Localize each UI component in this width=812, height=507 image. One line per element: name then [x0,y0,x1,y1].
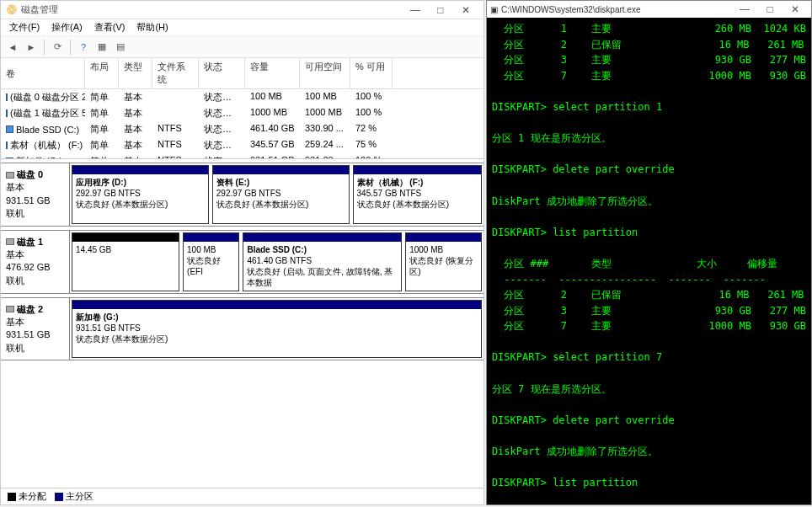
col-layout[interactable]: 布局 [85,58,119,88]
menu-action[interactable]: 操作(A) [46,19,88,35]
cell-fs: NTFS [152,138,199,152]
partition[interactable]: 14.45 GB [72,232,179,291]
partition[interactable]: 1000 MB 状态良好 (恢复分区) [405,232,482,291]
volume-name: (磁盘 0 磁盘分区 2) [10,91,85,104]
disk-label[interactable]: 磁盘 1 基本 476.92 GB 联机 [1,231,70,293]
console-output[interactable]: 分区 1 主要 260 MB 1024 KB 分区 2 已保留 16 MB 26… [487,18,811,504]
partition-size: 931.51 GB NTFS [76,323,478,334]
partition-header-bar [406,233,481,242]
diskpart-window: ▣ C:\WINDOWS\system32\diskpart.exe — □ ✕… [486,0,812,505]
disk-management-window: 📀 磁盘管理 — □ ✕ 文件(F) 操作(A) 查看(V) 帮助(H) ◄ ►… [0,0,484,505]
partition-size: 292.97 GB NTFS [216,188,345,199]
partition[interactable]: Blade SSD (C:) 461.40 GB NTFS 状态良好 (启动, … [243,232,402,291]
hdd-icon [6,238,14,245]
cell-capacity: 100 MB [245,90,300,104]
disk-name: 磁盘 1 [17,236,43,248]
partition-size: 14.45 GB [76,244,175,255]
disk-row: 磁盘 0 基本 931.51 GB 联机 应用程序 (D:) 292.97 GB… [1,163,483,227]
partition-status: 状态良好 (基本数据分区) [76,199,205,210]
partition[interactable]: 素材（机械） (F:) 345.57 GB NTFS 状态良好 (基本数据分区) [353,165,482,224]
col-free[interactable]: 可用空间 [300,58,350,88]
volume-row[interactable]: (磁盘 1 磁盘分区 5) 简单 基本 状态良好 (... 1000 MB 10… [1,105,483,121]
partition-size: 461.40 GB NTFS [247,255,398,266]
list-button[interactable]: ▤ [112,39,129,56]
disk-label[interactable]: 磁盘 2 基本 931.51 GB 联机 [1,298,70,360]
menubar: 文件(F) 操作(A) 查看(V) 帮助(H) [1,19,483,36]
app-icon: 📀 [6,4,18,15]
cell-status: 状态良好 (... [199,138,245,152]
partition[interactable]: 新加卷 (G:) 931.51 GB NTFS 状态良好 (基本数据分区) [72,300,482,359]
col-volume[interactable]: 卷 [1,58,85,88]
disk-size: 931.51 GB [6,195,64,207]
cell-capacity: 345.57 GB [245,138,300,152]
volume-name: Blade SSD (C:) [16,125,79,135]
cell-layout: 简单 [85,106,119,120]
partition-header-bar [213,166,349,174]
console-titlebar[interactable]: ▣ C:\WINDOWS\system32\diskpart.exe — □ ✕ [487,1,811,18]
partition-title: 新加卷 (G:) [76,312,478,323]
minimize-button[interactable]: — [403,2,428,19]
volume-icon [6,109,8,117]
legend-primary: 主分区 [66,491,93,501]
cell-fs [152,90,199,104]
cell-layout: 简单 [85,90,119,104]
menu-file[interactable]: 文件(F) [4,19,45,35]
cell-type: 基本 [119,106,152,120]
col-capacity[interactable]: 容量 [245,58,300,88]
disk-name: 磁盘 0 [17,168,43,181]
partition-size: 1000 MB [409,244,478,255]
titlebar[interactable]: 📀 磁盘管理 — □ ✕ [1,1,483,19]
partition[interactable]: 应用程序 (D:) 292.97 GB NTFS 状态良好 (基本数据分区) [72,165,209,224]
back-button[interactable]: ◄ [4,39,21,56]
console-minimize[interactable]: — [732,1,757,18]
col-type[interactable]: 类型 [119,58,152,88]
cell-free: 330.90 ... [300,122,350,136]
disk-size: 931.51 GB [6,328,64,341]
volume-icon [6,141,8,149]
col-status[interactable]: 状态 [199,58,245,88]
partition-header-bar [72,301,481,309]
console-close[interactable]: ✕ [783,1,808,18]
cell-type: 基本 [119,138,152,152]
disk-size: 476.92 GB [6,261,64,274]
cell-pct: 75 % [350,138,393,152]
disk-label[interactable]: 磁盘 0 基本 931.51 GB 联机 [1,163,70,226]
volume-name: 素材（机械） (F:) [10,139,83,152]
partition-header-bar [184,233,238,242]
refresh-button[interactable]: ⟳ [49,39,66,56]
cell-fs: NTFS [152,122,199,136]
volume-list[interactable]: 卷 布局 类型 文件系统 状态 容量 可用空间 % 可用 (磁盘 0 磁盘分区 … [1,58,483,159]
forward-button[interactable]: ► [23,39,40,56]
disk-state: 联机 [6,207,64,220]
close-button[interactable]: ✕ [453,2,478,19]
volume-row[interactable]: 新加卷 (G:) 简单 基本 NTFS 状态良好 (... 931.51 GB … [1,153,483,159]
partition[interactable]: 100 MB 状态良好 (EFI [183,232,239,291]
partition[interactable]: 资料 (E:) 292.97 GB NTFS 状态良好 (基本数据分区) [212,165,350,224]
col-filesystem[interactable]: 文件系统 [152,58,199,88]
properties-button[interactable]: ▦ [93,39,110,56]
menu-view[interactable]: 查看(V) [89,19,131,35]
cell-pct: 72 % [350,122,393,136]
maximize-button[interactable]: □ [428,2,453,19]
volume-row[interactable]: (磁盘 0 磁盘分区 2) 简单 基本 状态良好 (... 100 MB 100… [1,89,483,105]
partition-status: 状态良好 (恢复分区) [409,255,478,277]
console-maximize[interactable]: □ [757,1,783,18]
cell-capacity: 461.40 GB [245,122,300,136]
cell-type: 基本 [119,122,152,136]
list-header: 卷 布局 类型 文件系统 状态 容量 可用空间 % 可用 [1,58,483,89]
col-percent[interactable]: % 可用 [350,58,393,88]
volume-name: (磁盘 1 磁盘分区 5) [10,107,85,120]
hdd-icon [6,306,14,312]
separator [44,40,45,55]
disk-name: 磁盘 2 [17,303,43,316]
cell-status: 状态良好 (... [199,106,245,120]
menu-help[interactable]: 帮助(H) [131,19,173,35]
volume-row[interactable]: 素材（机械） (F:) 简单 基本 NTFS 状态良好 (... 345.57 … [1,137,483,153]
volume-icon [6,93,8,101]
volume-row[interactable]: Blade SSD (C:) 简单 基本 NTFS 状态良好 (... 461.… [1,121,483,137]
partition-title: 资料 (E:) [216,177,345,188]
partition-size: 100 MB [187,244,235,255]
cell-pct: 100 % [350,106,393,120]
cell-free: 259.24 ... [300,138,350,152]
help-button[interactable]: ? [75,39,92,56]
